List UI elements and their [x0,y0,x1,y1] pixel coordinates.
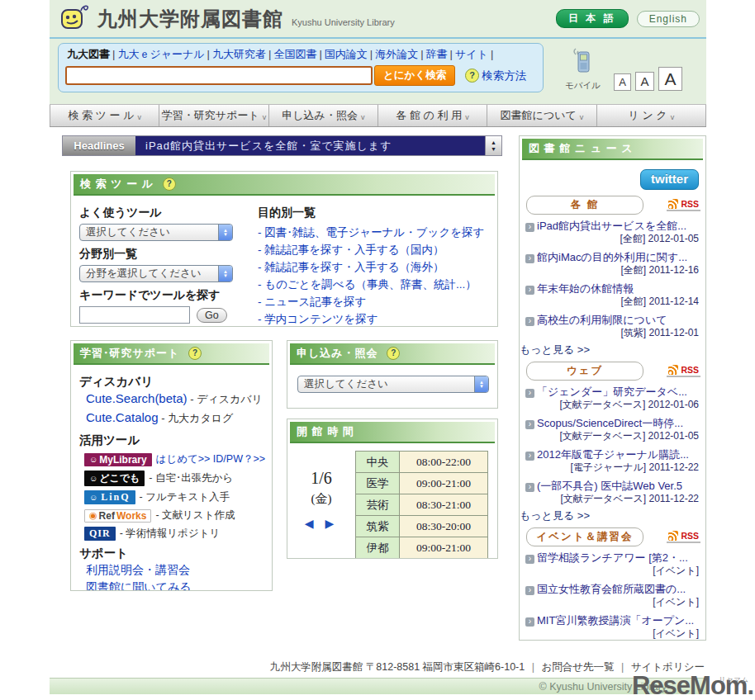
contact-list-link[interactable]: お問合せ先一覧 [541,661,614,673]
nav-item[interactable]: 申し込み・照会v [269,105,378,126]
rss-label: RSS [681,199,699,209]
scroll-down-icon[interactable]: ▼ [491,146,496,153]
scroll-up-icon[interactable]: ▲ [491,140,496,146]
news-section-tab[interactable]: ウェブ [526,362,643,381]
news-item-link[interactable]: Scopus/ScienceDirect一時停... [537,417,683,429]
lang-japanese-button[interactable]: 日 本 語 [556,9,629,28]
search-scope-tab[interactable]: 海外論文 [375,48,418,60]
keyword-input[interactable] [79,306,190,324]
news-item-link[interactable]: MIT宮川繁教授講演「オープン... [537,614,694,627]
go-button[interactable]: Go [197,308,227,323]
news-item: ›(一部不具合) 医中誌Web Ver.5[文献データベース] 2011-12-… [520,476,705,508]
select-stepper-icon[interactable]: ▲ ▼ [474,376,488,392]
discovery-link[interactable]: Cute.Search(beta) [86,391,188,405]
next-day-icon[interactable]: ▶ [325,517,338,530]
news-more-link[interactable]: もっと見る >> [520,506,600,527]
headline-link[interactable]: iPad館内貸出サービスを全館・室で実施します [135,136,485,155]
news-item-meta: [電子ジャーナル] 2011-12-22 [525,461,702,474]
rss-link[interactable]: RSS [667,365,700,377]
news-section-tab[interactable]: イベント＆講習会 [526,527,643,546]
lang-english-button[interactable]: English [637,11,700,27]
frequent-tools-select[interactable]: 選択してください ▲ ▼ [79,224,233,241]
search-help-link[interactable]: 検索方法 [482,69,526,83]
discovery-link-desc: - ディスカバリ [188,393,263,405]
site-logo[interactable]: 九州大学附属図書館 Kyushu University Library [58,3,395,35]
news-item: ›「ジェンダー」研究データベ...[文献データベース] 2012-01-06 [520,382,705,414]
tool-row: ☺どこでも- 自宅･出張先から [84,471,265,486]
footer-address: 九州大学附属図書館 〒812-8581 福岡市東区箱崎6-10-1 [270,661,525,673]
search-scope-tab[interactable]: 全国図書 [273,48,316,60]
purpose-link[interactable]: - ものごとを調べる（事典、辞書、統計...） [258,276,489,293]
news-item-link[interactable]: 年末年始の休館情報 [537,282,634,295]
help-question-icon[interactable]: ? [163,177,176,191]
search-button[interactable]: とにかく検索 [374,65,455,86]
tool-badge-linq[interactable]: ☺LinQ [84,490,135,504]
rss-link[interactable]: RSS [667,199,700,211]
font-size-button[interactable]: A [614,73,631,91]
application-select[interactable]: 選択してください ▲ ▼ [297,376,489,393]
news-item-link[interactable]: 高校生の利用制限について [537,314,667,326]
nav-item[interactable]: 各 館 の 利 用v [378,105,487,126]
mobile-site-link[interactable]: モバイル [565,43,601,104]
twitter-button[interactable]: twitter [640,169,699,190]
prev-day-icon[interactable]: ◀ [305,517,318,530]
select-stepper-icon[interactable]: ▲ ▼ [218,225,232,240]
news-item-link[interactable]: 館内iMacの目的外利用に関す... [537,251,687,263]
footer-separator: | [621,661,624,673]
arrow-bullet-icon: › [525,483,534,492]
select-stepper-icon[interactable]: ▲ ▼ [218,266,232,281]
arrow-bullet-icon: › [525,286,534,295]
purpose-link[interactable]: - 学内コンテンツを探す [258,310,489,328]
purpose-link[interactable]: - 雑誌記事を探す・入手する（国内） [258,241,489,258]
nav-item[interactable]: 学習・研究サポートv [159,105,268,126]
purpose-link[interactable]: - 雑誌記事を探す・入手する（海外） [258,258,489,276]
search-scope-tab[interactable]: 九大研究者 [212,48,266,60]
news-more-link[interactable]: もっと見る >> [520,340,600,362]
help-question-icon[interactable]: ? [188,347,202,360]
search-scope-tab[interactable]: サイト [455,48,488,60]
font-size-button[interactable]: A [658,67,682,91]
tool-badge-mylibrary[interactable]: ☺MyLibrary [84,453,152,466]
purpose-link[interactable]: - 図書･雑誌、電子ジャーナル・ブックを探す [258,224,489,241]
hours-row: 筑紫08:30-20:00 [356,516,488,537]
tool-badge-refworks[interactable]: ◉RefWorks [84,509,151,523]
footer-copyright-bar: © Kyushu University Library [50,678,706,694]
study-support-header: 学習･研究サポート ? [74,343,269,365]
field-list-select[interactable]: 分野を選択してください ▲ ▼ [79,265,233,282]
site-title: 九州大学附属図書館 [97,6,283,32]
font-size-button[interactable]: A [635,72,654,91]
arrow-bullet-icon: › [525,586,534,595]
nav-item[interactable]: 図書館についてv [487,105,596,126]
discovery-link[interactable]: Cute.Catalog [86,410,159,424]
search-scope-tab[interactable]: 九大ｅジャーナル [117,48,204,60]
nav-item[interactable]: リ ン クv [597,105,706,126]
rss-link[interactable]: RSS [667,531,700,543]
tool-desc[interactable]: はじめて>> ID/PW？>> [156,452,265,466]
help-question-icon[interactable]: ? [465,69,479,83]
search-input[interactable] [65,66,373,85]
purpose-link[interactable]: - ニュース記事を探す [258,293,489,310]
support-link[interactable]: 利用説明会・講習会 [86,561,265,579]
news-item-link[interactable]: iPad館内貸出サービスを全館... [537,220,686,232]
search-scope-tab[interactable]: 九大図書 [67,48,110,60]
search-scope-tab[interactable]: 国内論文 [325,48,368,60]
news-item-link[interactable]: (一部不具合) 医中誌Web Ver.5 [537,480,682,492]
tool-badge-qir[interactable]: QIR [84,527,116,541]
search-scope-tab[interactable]: 辞書 [426,48,448,60]
news-item-link[interactable]: 国立女性教育会館所蔵図書の... [537,583,686,595]
nav-item[interactable]: 検 索 ツ ー ルv [50,105,159,126]
hours-time-link[interactable]: 詳細はこちら [400,559,488,560]
news-item-link[interactable]: 2012年版電子ジャーナル購読... [537,448,689,461]
tool-badge-dokodemo[interactable]: ☺どこでも [84,471,145,486]
smiley-icon: ☺ [89,493,99,502]
support-link[interactable]: 図書館に聞いてみる [86,579,265,591]
news-section-tab[interactable]: 各 館 [526,196,643,215]
news-item-link[interactable]: 留学相談ランチアワー [第2・... [537,551,688,564]
help-question-icon[interactable]: ? [387,347,400,360]
tab-separator-icon: | [450,48,453,60]
news-item-link[interactable]: 「ジェンダー」研究データベ... [537,385,687,398]
rss-icon [668,365,678,375]
rss-label: RSS [681,531,699,541]
news-item-meta: [イベント] [525,596,702,608]
headlines-scroller[interactable]: ▲ ▼ [485,136,501,155]
